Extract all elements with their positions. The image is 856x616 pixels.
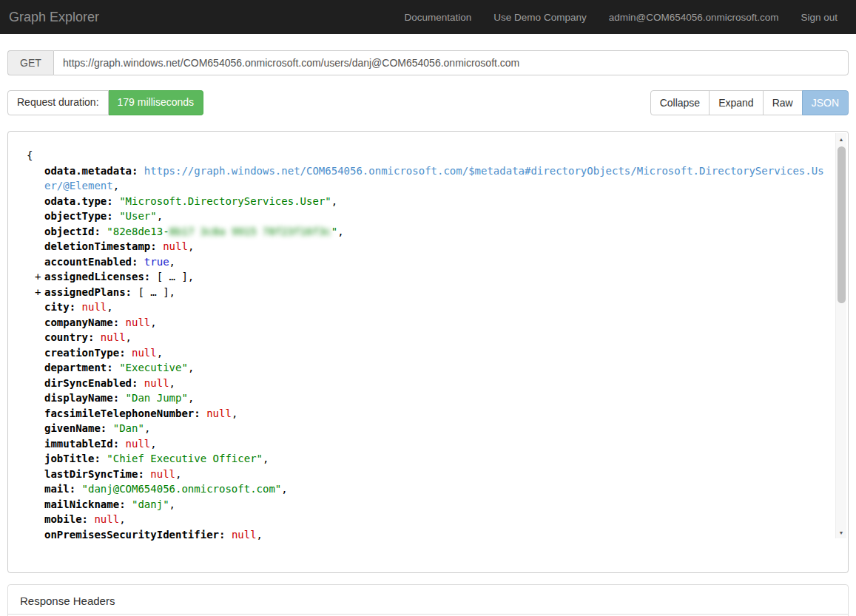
json-value: "Chief Executive Officer" [107,453,263,464]
scrollbar-thumb[interactable] [838,146,846,303]
json-line: lastDirSyncTime: null, [8,467,826,482]
json-value: "Microsoft.DirectoryServices.User" [119,195,331,207]
json-value: null [101,331,126,343]
json-key: jobTitle: [44,453,107,464]
json-line: odata.metadata: https://graph.windows.ne… [8,163,826,194]
json-value: , [175,468,181,480]
scroll-up-icon[interactable]: ▲ [836,133,846,145]
json-value: "danj@COM654056.onmicrosoft.com" [82,483,282,495]
json-key: assignedLicenses: [44,271,157,282]
expand-toggle-icon[interactable]: + [35,269,41,285]
json-line: facsimileTelephoneNumber: null, [8,406,826,422]
json-value: null [132,347,157,359]
json-value: null [82,301,107,313]
scroll-down-icon[interactable]: ▼ [836,527,846,538]
json-value: , [281,483,287,495]
json-value: , [337,226,343,237]
app-title[interactable]: Graph Explorer [7,10,99,25]
expand-button[interactable]: Expand [709,90,763,115]
json-line: givenName: "Dan", [8,421,826,436]
navbar: Graph Explorer Documentation Use Demo Co… [0,0,856,34]
json-value: "Dan Jump" [126,392,188,404]
json-value: "82e8de13- [107,226,169,237]
json-line: mail: "danj@COM654056.onmicrosoft.com", [8,481,826,497]
json-value: null [150,468,175,480]
json-line: onPremisesSecurityIdentifier: null, [8,527,826,543]
raw-button[interactable]: Raw [763,90,803,115]
json-key: city: [44,301,82,313]
json-key: mail: [44,483,82,495]
json-key: displayName: [44,392,126,404]
json-line: city: null, [8,299,826,315]
json-key: odata.type: [44,195,119,207]
vertical-scrollbar[interactable]: ▲ ▼ [835,133,846,538]
json-value: , [150,317,156,328]
request-duration-group: Request duration: 179 milliseconds [7,90,203,115]
json-line: deletionTimestamp: null, [8,239,826,254]
json-key: dirSyncEnabled: [44,377,144,389]
view-button-group: Collapse Expand Raw JSON [650,90,849,115]
json-value: , [169,256,175,268]
redacted-text: 8b17 3c8a 9915 78f23f16f3c [169,226,331,237]
json-key: lastDirSyncTime: [44,468,150,480]
json-key: deletionTimestamp: [44,240,163,252]
json-value: " [331,226,337,237]
nav-documentation[interactable]: Documentation [394,12,483,23]
nav-links: Documentation Use Demo Company admin@COM… [394,12,849,23]
json-line: immutableId: null, [8,436,826,452]
json-value: , [232,407,237,419]
json-value: { [27,149,33,161]
nav-sign-out[interactable]: Sign out [789,12,849,23]
json-key: immutableId: [44,438,126,450]
json-key: country: [44,331,101,343]
http-method-select[interactable]: GET [7,50,53,75]
json-line: +assignedPlans: [ … ], [8,285,826,300]
json-value: , [150,438,156,450]
json-key: facsimileTelephoneNumber: [44,407,206,419]
json-key: objectId: [44,226,107,237]
json-line: objectId: "82e8de13-8b17 3c8a 9915 78f23… [8,224,826,240]
json-value: [ … ], [138,286,175,298]
json-key: mobile: [44,513,94,525]
collapse-button[interactable]: Collapse [650,90,710,115]
json-line: odata.type: "Microsoft.DirectoryServices… [8,194,826,209]
json-button[interactable]: JSON [802,90,849,115]
json-value: , [144,422,150,434]
json-line: creationType: null, [8,345,826,361]
json-value: "Executive" [119,362,188,373]
json-value: , [157,210,163,222]
nav-account[interactable]: admin@COM654056.onmicrosoft.com [598,12,790,23]
json-value: , [119,513,125,525]
json-value: null [206,407,232,419]
json-value: null [126,317,151,328]
expand-toggle-icon[interactable]: + [35,285,41,300]
json-value: , [263,453,269,464]
json-line: +assignedLicenses: [ … ], [8,269,826,285]
json-value: null [163,240,188,252]
json-value: "User" [119,210,157,222]
json-content: {odata.metadata: https://graph.windows.n… [8,132,848,542]
json-key: odata.metadata: [44,165,144,177]
json-line: mailNickname: "danj", [8,497,826,512]
json-key: mailNickname: [44,498,132,510]
json-link[interactable]: https://graph.windows.net/COM654056.onmi… [44,165,824,192]
json-key: onPremisesSecurityIdentifier: [44,529,232,541]
json-key: objectType: [44,210,119,222]
json-value: , [257,529,263,541]
toolbar: Request duration: 179 milliseconds Colla… [7,90,849,115]
json-value: true [144,256,169,268]
json-value: , [113,180,119,192]
request-duration-badge: 179 milliseconds [109,90,204,115]
response-headers-title[interactable]: Response Headers [8,585,848,615]
json-line: companyName: null, [8,315,826,331]
nav-use-demo-company[interactable]: Use Demo Company [482,12,597,23]
response-json-panel: {odata.metadata: https://graph.windows.n… [7,131,849,573]
json-value: null [94,513,119,525]
main-content: GET Request duration: 179 milliseconds C… [0,50,856,616]
json-value: , [188,362,194,373]
json-line: { [8,148,826,163]
request-url-input[interactable] [53,50,849,75]
json-key: creationType: [44,347,132,359]
request-bar: GET [7,50,849,75]
json-value: null [144,377,169,389]
